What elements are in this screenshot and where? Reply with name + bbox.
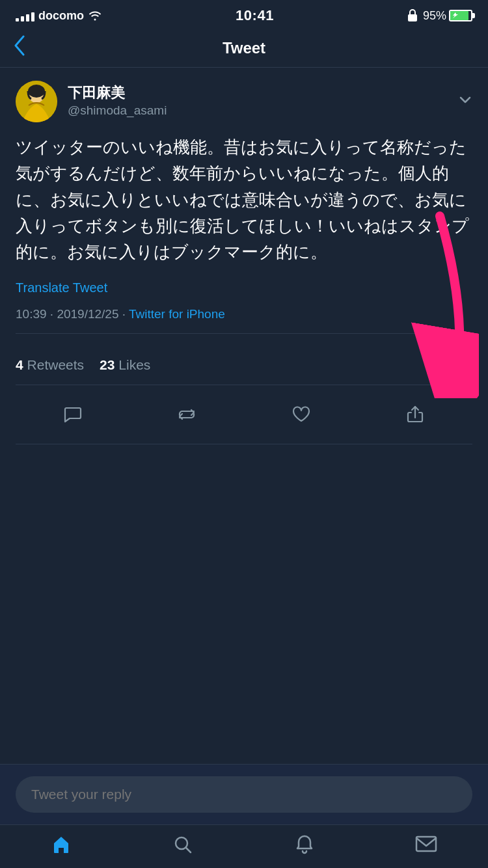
username: @shimoda_asami: [68, 103, 167, 119]
messages-tab[interactable]: [415, 835, 437, 854]
battery-icon: [449, 10, 472, 21]
wifi-icon: [88, 10, 102, 21]
search-tab[interactable]: [172, 834, 193, 855]
time-display: 10:41: [236, 7, 274, 24]
reply-input-row: [0, 764, 488, 824]
signal-icon: [16, 10, 34, 21]
retweet-count: 4 Retweets: [16, 357, 84, 373]
tweet-stats: 4 Retweets 23 Likes: [16, 346, 472, 385]
more-options-button[interactable]: [458, 92, 472, 111]
twitter-client-link[interactable]: Twitter for iPhone: [129, 307, 225, 321]
home-tab[interactable]: [51, 834, 72, 855]
page-title: Tweet: [223, 39, 265, 57]
nav-bar: Tweet: [0, 29, 488, 68]
bottom-nav: [0, 824, 488, 868]
avatar[interactable]: [16, 81, 57, 122]
tweet-body: ツイッターのいいね機能。昔はお気に入りって名称だった気がするんだけど、数年前から…: [16, 134, 472, 265]
battery-percent-label: 95%: [423, 9, 446, 23]
battery-display: 95%: [423, 9, 472, 23]
timestamp-text: 10:39 · 2019/12/25 ·: [16, 307, 129, 321]
svg-line-6: [186, 848, 191, 852]
user-info: 下田麻美 @shimoda_asami: [68, 84, 167, 118]
status-left: docomo: [16, 9, 102, 23]
share-button[interactable]: [389, 398, 441, 431]
svg-point-3: [28, 85, 45, 98]
carrier-label: docomo: [38, 9, 84, 23]
reply-button[interactable]: [47, 398, 99, 431]
status-bar: docomo 10:41 95%: [0, 0, 488, 29]
like-count: 23 Likes: [100, 357, 150, 373]
user-left: 下田麻美 @shimoda_asami: [16, 81, 167, 122]
like-button[interactable]: [275, 398, 327, 431]
notifications-tab[interactable]: [295, 834, 314, 855]
svg-rect-0: [408, 14, 417, 21]
tweet-user-row: 下田麻美 @shimoda_asami: [16, 81, 472, 122]
reply-input[interactable]: [16, 776, 472, 813]
tweet-area: 下田麻美 @shimoda_asami ツイッターのいいね機能。昔はお気に入りっ…: [0, 68, 488, 764]
avatar-image: [16, 81, 57, 122]
retweet-button[interactable]: [161, 398, 213, 431]
display-name: 下田麻美: [68, 84, 167, 103]
tweet-actions: [16, 385, 472, 444]
translate-tweet-link[interactable]: Translate Tweet: [16, 280, 472, 295]
svg-rect-7: [416, 837, 436, 851]
tweet-timestamp: 10:39 · 2019/12/25 · Twitter for iPhone: [16, 307, 472, 334]
lock-icon: [407, 9, 418, 22]
status-right: 95%: [407, 9, 472, 23]
back-button[interactable]: [13, 35, 26, 61]
